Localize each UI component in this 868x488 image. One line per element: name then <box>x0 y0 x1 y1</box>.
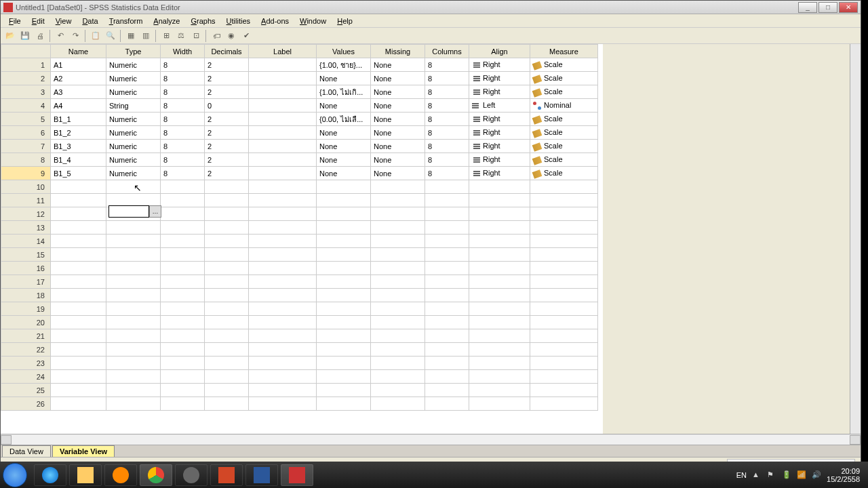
cell-missing[interactable]: None <box>371 140 425 153</box>
menu-file[interactable]: File <box>3 16 26 26</box>
empty-row[interactable]: 10 <box>1 180 598 194</box>
cell-width[interactable]: 8 <box>161 72 205 85</box>
scroll-left-icon[interactable] <box>1 435 12 445</box>
row-number[interactable]: 24 <box>1 370 51 384</box>
row-number[interactable]: 26 <box>1 397 51 411</box>
row-number[interactable]: 17 <box>1 275 51 289</box>
cell-columns[interactable]: 8 <box>425 85 469 99</box>
tray-flag-icon[interactable]: ▲ <box>752 470 762 480</box>
tab-data-view[interactable]: Data View <box>2 445 51 457</box>
cell-align[interactable]: Right <box>469 153 530 167</box>
task-word[interactable] <box>245 464 278 486</box>
cell-name[interactable]: A2 <box>51 72 106 85</box>
type-cell-button[interactable]: … <box>149 205 161 218</box>
cell-label[interactable] <box>249 113 317 126</box>
cell-width[interactable]: 8 <box>161 167 205 180</box>
row-number[interactable]: 8 <box>1 153 51 167</box>
col-missing[interactable]: Missing <box>371 45 425 58</box>
variable-row[interactable]: 9B1_5Numeric82NoneNone8RightScale <box>1 167 598 180</box>
cell-measure[interactable]: Scale <box>530 72 598 85</box>
variable-row[interactable]: 7B1_3Numeric82NoneNone8RightScale <box>1 140 598 153</box>
col-decimals[interactable]: Decimals <box>205 45 249 58</box>
cell-label[interactable] <box>249 85 317 99</box>
cell-label[interactable] <box>249 153 317 167</box>
cell-align[interactable]: Right <box>469 85 530 99</box>
menu-addons[interactable]: Add-ons <box>256 16 294 26</box>
col-name[interactable]: Name <box>51 45 106 58</box>
menu-view[interactable]: View <box>50 16 77 26</box>
cell-values[interactable]: {0.00, ไม่เลื... <box>317 113 371 126</box>
cell-width[interactable]: 8 <box>161 99 205 113</box>
task-explorer[interactable] <box>69 464 102 486</box>
cell-name[interactable]: B1_1 <box>51 113 106 126</box>
goto-icon[interactable]: 📋 <box>89 29 102 43</box>
row-number[interactable]: 25 <box>1 384 51 397</box>
cell-columns[interactable]: 8 <box>425 153 469 167</box>
cell-type[interactable]: Numeric <box>106 58 161 72</box>
cell-align[interactable]: Right <box>469 167 530 180</box>
print-icon[interactable]: 🖨 <box>33 29 47 43</box>
cell-type[interactable]: Numeric <box>106 167 161 180</box>
row-number[interactable]: 15 <box>1 248 51 262</box>
menu-graphs[interactable]: Graphs <box>185 16 220 26</box>
cell-columns[interactable]: 8 <box>425 126 469 140</box>
tray-clock[interactable]: 20:09 15/2/2558 <box>827 467 860 483</box>
empty-row[interactable]: 16 <box>1 262 598 275</box>
row-number[interactable]: 23 <box>1 357 51 370</box>
cell-missing[interactable]: None <box>371 126 425 140</box>
row-number[interactable]: 3 <box>1 85 51 99</box>
cell-values[interactable]: None <box>317 99 371 113</box>
menu-utilities[interactable]: Utilities <box>221 16 256 26</box>
row-number[interactable]: 22 <box>1 343 51 357</box>
cell-align[interactable]: Right <box>469 126 530 140</box>
cell-values[interactable]: None <box>317 153 371 167</box>
use-sets-icon[interactable]: ◉ <box>224 29 238 43</box>
task-wmp[interactable] <box>104 464 137 486</box>
row-number[interactable]: 18 <box>1 289 51 302</box>
row-number[interactable]: 4 <box>1 99 51 113</box>
row-number[interactable]: 5 <box>1 113 51 126</box>
cell-columns[interactable]: 8 <box>425 113 469 126</box>
cell-measure[interactable]: Scale <box>530 113 598 126</box>
cell-decimals[interactable]: 2 <box>205 126 249 140</box>
empty-row[interactable]: 17 <box>1 275 598 289</box>
cell-missing[interactable]: None <box>371 167 425 180</box>
tray-volume-icon[interactable]: 🔊 <box>812 470 821 480</box>
cell-decimals[interactable]: 2 <box>205 140 249 153</box>
cell-name[interactable]: A3 <box>51 85 106 99</box>
tray-action-icon[interactable]: ⚑ <box>767 470 776 480</box>
task-chrome[interactable] <box>140 464 172 486</box>
undo-icon[interactable]: ↶ <box>54 29 67 43</box>
cell-align[interactable]: Right <box>469 140 530 153</box>
cell-values[interactable]: {1.00, ไม่เกิ... <box>317 85 371 99</box>
cell-type[interactable]: Numeric <box>106 140 161 153</box>
cell-measure[interactable]: Nominal <box>530 99 598 113</box>
cell-measure[interactable]: Scale <box>530 85 598 99</box>
horizontal-scrollbar[interactable] <box>1 434 861 445</box>
row-number[interactable]: 1 <box>1 58 51 72</box>
cell-width[interactable]: 8 <box>161 113 205 126</box>
cell-name[interactable]: B1_2 <box>51 126 106 140</box>
cell-type[interactable]: Numeric <box>106 72 161 85</box>
cell-label[interactable] <box>249 140 317 153</box>
task-ppt[interactable] <box>210 464 243 486</box>
cell-name[interactable]: A1 <box>51 58 106 72</box>
cell-align[interactable]: Right <box>469 58 530 72</box>
cell-label[interactable] <box>249 72 317 85</box>
empty-row[interactable]: 23 <box>1 357 598 370</box>
row-number[interactable]: 12 <box>1 207 51 221</box>
cell-decimals[interactable]: 2 <box>205 167 249 180</box>
row-number[interactable]: 6 <box>1 126 51 140</box>
empty-row[interactable]: 25 <box>1 384 598 397</box>
empty-row[interactable]: 11 <box>1 194 598 207</box>
insert-var-icon[interactable]: ▥ <box>139 29 153 43</box>
start-button[interactable] <box>3 463 27 487</box>
col-type[interactable]: Type <box>106 45 161 58</box>
tray-power-icon[interactable]: 🔋 <box>782 470 791 480</box>
redo-icon[interactable]: ↷ <box>68 29 82 43</box>
cell-values[interactable]: {1.00, ชาย}... <box>317 58 371 72</box>
cell-decimals[interactable]: 2 <box>205 153 249 167</box>
variable-row[interactable]: 1A1Numeric82{1.00, ชาย}...None8RightScal… <box>1 58 598 72</box>
type-cell-editor[interactable] <box>108 205 149 218</box>
cell-label[interactable] <box>249 126 317 140</box>
